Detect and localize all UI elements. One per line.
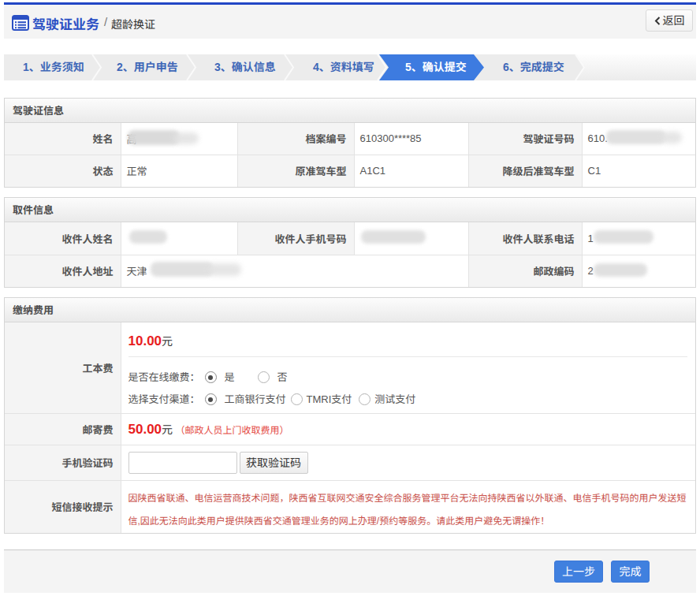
svg-text:5、确认提交: 5、确认提交 <box>405 61 467 73</box>
svg-text:3、确认信息: 3、确认信息 <box>214 61 276 73</box>
svg-text:4、资料填写: 4、资料填写 <box>313 61 374 73</box>
svg-text:1、业务须知: 1、业务须知 <box>23 61 84 73</box>
svg-text:2、用户申告: 2、用户申告 <box>117 61 178 73</box>
svg-text:6、完成提交: 6、完成提交 <box>503 61 564 73</box>
